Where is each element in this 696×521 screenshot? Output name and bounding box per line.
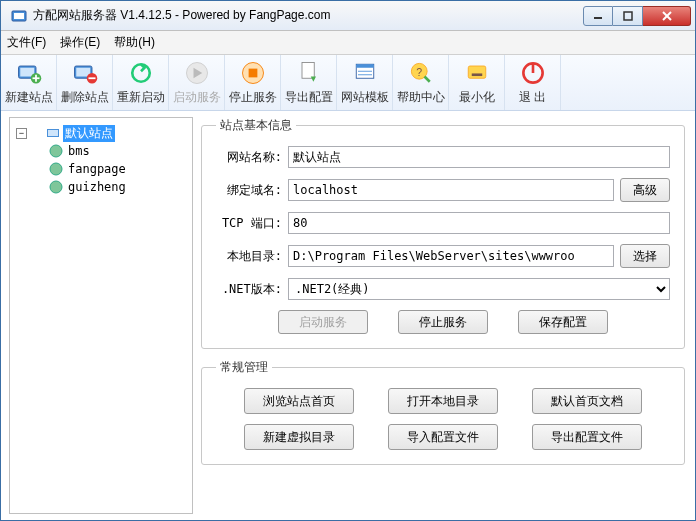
tree-child-node[interactable]: bms [48, 142, 188, 160]
site-icon [45, 125, 61, 141]
svg-rect-22 [356, 64, 374, 68]
port-label: TCP 端口: [216, 215, 282, 232]
svg-text:?: ? [416, 66, 422, 78]
svg-point-15 [132, 64, 150, 82]
netver-select[interactable]: .NET2(经典) [288, 278, 670, 300]
svg-point-34 [50, 163, 62, 175]
start-service-button[interactable]: 启动服务 [278, 310, 368, 334]
netver-label: .NET版本: [216, 281, 282, 298]
toolbar-site-template[interactable]: 网站模板 [337, 55, 393, 110]
svg-rect-27 [468, 66, 486, 78]
tree-child-node[interactable]: guizheng [48, 178, 188, 196]
toolbar-delete-site[interactable]: 删除站点 [57, 55, 113, 110]
toolbar-stop-service[interactable]: 停止服务 [225, 55, 281, 110]
toolbar-restart[interactable]: 重新启动 [113, 55, 169, 110]
tree-child-node[interactable]: fangpage [48, 160, 188, 178]
port-input[interactable] [288, 212, 670, 234]
window-minimize-button[interactable] [583, 6, 613, 26]
advanced-button[interactable]: 高级 [620, 178, 670, 202]
tree-root-label: 默认站点 [63, 125, 115, 142]
titlebar: 方配网站服务器 V1.4.12.5 - Powered by FangPage.… [1, 1, 695, 31]
default-home-doc-button[interactable]: 默认首页文档 [532, 388, 642, 414]
new-vdir-button[interactable]: 新建虚拟目录 [244, 424, 354, 450]
basic-info-fieldset: 站点基本信息 网站名称: 绑定域名: 高级 TCP 端口: 本地目录: [201, 117, 685, 349]
export-config-button[interactable]: 导出配置文件 [532, 424, 642, 450]
manage-legend: 常规管理 [216, 359, 272, 376]
toolbar-exit[interactable]: 退 出 [505, 55, 561, 110]
stop-service-button[interactable]: 停止服务 [398, 310, 488, 334]
toolbar: 新建站点 删除站点 重新启动 启动服务 停止服务 导出配置 网站模板 ? 帮助中 [1, 55, 695, 111]
window-close-button[interactable] [643, 6, 691, 26]
globe-icon [48, 161, 64, 177]
domain-input[interactable] [288, 179, 614, 201]
toolbar-start-service[interactable]: 启动服务 [169, 55, 225, 110]
toolbar-new-site[interactable]: 新建站点 [1, 55, 57, 110]
toolbar-export-config[interactable]: 导出配置 [281, 55, 337, 110]
globe-icon [48, 179, 64, 195]
svg-rect-20 [302, 63, 314, 79]
basic-info-legend: 站点基本信息 [216, 117, 296, 134]
manage-fieldset: 常规管理 浏览站点首页 打开本地目录 默认首页文档 新建虚拟目录 导入配置文件 … [201, 359, 685, 465]
import-config-button[interactable]: 导入配置文件 [388, 424, 498, 450]
localdir-label: 本地目录: [216, 248, 282, 265]
menubar: 文件(F) 操作(E) 帮助(H) [1, 31, 695, 55]
globe-icon [48, 143, 64, 159]
window-title: 方配网站服务器 V1.4.12.5 - Powered by FangPage.… [33, 7, 583, 24]
site-name-label: 网站名称: [216, 149, 282, 166]
open-localdir-button[interactable]: 打开本地目录 [388, 388, 498, 414]
toolbar-minimize[interactable]: 最小化 [449, 55, 505, 110]
localdir-input[interactable] [288, 245, 614, 267]
menu-help[interactable]: 帮助(H) [114, 34, 155, 51]
save-config-button[interactable]: 保存配置 [518, 310, 608, 334]
domain-label: 绑定域名: [216, 182, 282, 199]
site-tree[interactable]: − 默认站点 bms fangpage guizheng [9, 117, 193, 514]
toolbar-help-center[interactable]: ? 帮助中心 [393, 55, 449, 110]
app-icon [11, 8, 27, 24]
svg-rect-3 [624, 12, 632, 20]
menu-operate[interactable]: 操作(E) [60, 34, 100, 51]
menu-file[interactable]: 文件(F) [7, 34, 46, 51]
browse-home-button[interactable]: 浏览站点首页 [244, 388, 354, 414]
svg-point-33 [50, 145, 62, 157]
collapse-icon[interactable]: − [16, 128, 27, 139]
svg-rect-1 [14, 13, 24, 19]
site-name-input[interactable] [288, 146, 670, 168]
window-maximize-button[interactable] [613, 6, 643, 26]
svg-rect-19 [248, 69, 257, 78]
select-dir-button[interactable]: 选择 [620, 244, 670, 268]
svg-point-35 [50, 181, 62, 193]
svg-rect-32 [48, 130, 58, 136]
tree-root-node[interactable]: − 默认站点 [16, 124, 188, 142]
